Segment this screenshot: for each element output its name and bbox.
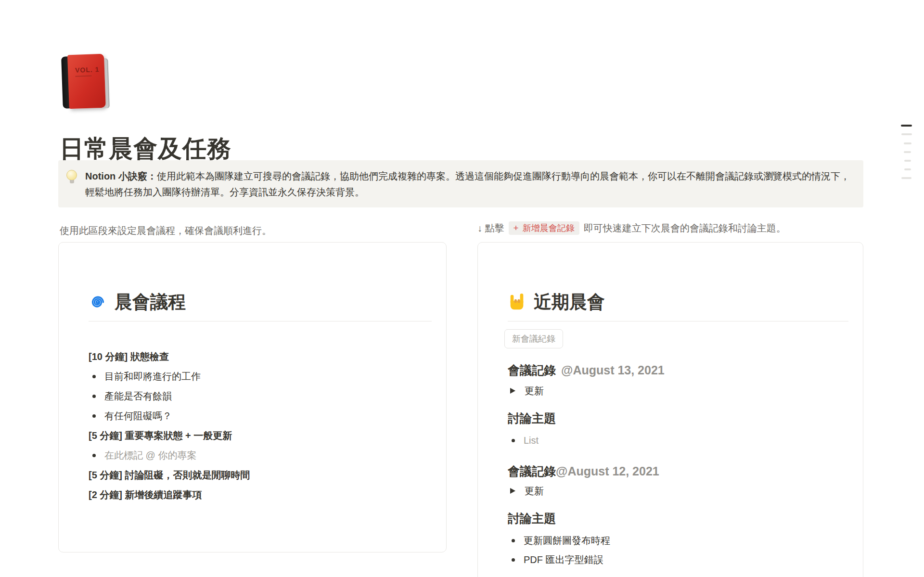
topic-label: PDF 匯出字型錯誤 <box>524 553 603 566</box>
topic-item: PDF 匯出字型錯誤 <box>508 551 846 569</box>
bullet-icon <box>92 414 96 418</box>
topic-placeholder: List <box>524 435 539 446</box>
agenda-bullet-item: 有任何阻礙嗎？ <box>89 406 429 426</box>
agenda-item-label: 產能是否有餘韻 <box>104 390 172 403</box>
outline-bar[interactable] <box>904 151 911 153</box>
page-icon-closed-book[interactable]: VOL. 1 <box>62 54 110 111</box>
tip-callout: Notion 小訣竅：使用此範本為團隊建立可搜尋的會議記錄，協助他們完成複雜的專… <box>58 160 863 207</box>
bullet-icon <box>92 454 96 457</box>
toggle-triangle-icon[interactable] <box>510 488 515 494</box>
callout-bold-label: Notion 小訣竅： <box>85 171 157 181</box>
book-byline <box>75 76 91 77</box>
right-intro-prefix: ↓ 點擊 <box>477 222 504 235</box>
agenda-bullet-item: 在此標記 @ 你的專案 <box>89 446 429 465</box>
agenda-item-label: 有任何阻礙嗎？ <box>104 410 172 423</box>
recent-meetings-card: 近期晨會 新會議紀錄 會議記錄 @August 13, 2021 更新 討論主題… <box>477 242 863 577</box>
topic-item: List <box>508 431 846 449</box>
bullet-icon <box>512 539 515 542</box>
meetings-list: 會議記錄 @August 13, 2021 更新 討論主題 List 會議記錄 … <box>508 358 846 569</box>
outline-bar[interactable] <box>904 168 911 170</box>
meeting-title: 會議記錄 <box>508 362 556 378</box>
outline-bar[interactable] <box>904 160 911 162</box>
bullet-icon <box>92 375 96 378</box>
toggle-triangle-icon[interactable] <box>510 388 515 394</box>
agenda-item: [2 分鐘] 新增後續追蹤事項 <box>89 485 429 505</box>
right-intro-suffix: 即可快速建立下次晨會的會議記錄和討論主題。 <box>584 222 786 235</box>
outline-widget[interactable] <box>899 122 914 181</box>
callout-body: 使用此範本為團隊建立可搜尋的會議記錄，協助他們完成複雜的專案。透過這個能夠促進團… <box>85 171 850 197</box>
agenda-item: [5 分鐘] 重要專案狀態 + 一般更新 <box>89 426 429 446</box>
meeting-title: 會議記錄 <box>508 463 556 479</box>
outline-bar[interactable] <box>901 177 911 179</box>
outline-bar[interactable] <box>901 133 912 135</box>
topics-heading: 討論主題 <box>508 409 846 427</box>
page-title[interactable]: 日常晨會及任務 <box>60 135 231 163</box>
book-caption: VOL. 1 <box>75 65 100 74</box>
bullet-icon <box>92 395 96 398</box>
left-column-intro: 使用此區段來設定晨會議程，確保會議順利進行。 <box>60 224 271 237</box>
meetings-divider <box>508 321 848 321</box>
right-column-intro: ↓ 點擊 + 新增晨會記錄 即可快速建立下次晨會的會議記錄和討論主題。 <box>477 221 786 235</box>
agenda-bullet-item: 產能是否有餘韻 <box>89 386 429 406</box>
agenda-list: [10 分鐘] 狀態檢查 目前和即將進行的工作 產能是否有餘韻 有任何阻礙嗎？ … <box>89 347 429 505</box>
toggle-label: 更新 <box>525 385 544 397</box>
outline-bar[interactable] <box>904 142 911 144</box>
add-meeting-note-chip: + 新增晨會記錄 <box>509 221 579 235</box>
toggle-row-updates[interactable]: 更新 <box>508 382 846 399</box>
agenda-card: 晨會議程 [10 分鐘] 狀態檢查 目前和即將進行的工作 產能是否有餘韻 有任何… <box>58 242 447 552</box>
toggle-label: 更新 <box>525 485 544 498</box>
agenda-card-header: 晨會議程 <box>89 290 432 315</box>
agenda-item: [10 分鐘] 狀態檢查 <box>89 347 429 367</box>
meetings-heading[interactable]: 近期晨會 <box>534 290 605 314</box>
meetings-card-header: 近期晨會 <box>508 290 848 315</box>
bullet-icon <box>512 558 515 562</box>
book-cover: VOL. 1 <box>67 54 106 109</box>
outline-bar[interactable] <box>901 125 912 127</box>
agenda-item-label: [5 分鐘] 重要專案狀態 + 一般更新 <box>89 429 232 442</box>
agenda-item-label: [5 分鐘] 討論阻礙，否則就是閒聊時間 <box>89 469 250 482</box>
agenda-item: [5 分鐘] 討論阻礙，否則就是閒聊時間 <box>89 465 429 485</box>
toggle-row-updates[interactable]: 更新 <box>508 482 846 500</box>
agenda-divider <box>89 321 432 321</box>
topic-item: 更新圓餅圖發布時程 <box>508 531 846 550</box>
agenda-item-label: 目前和即將進行的工作 <box>104 370 201 383</box>
agenda-item-label: [10 分鐘] 狀態檢查 <box>89 350 169 363</box>
add-meeting-note-chip-label: 新增晨會記錄 <box>523 224 575 232</box>
callout-text: Notion 小訣竅：使用此範本為團隊建立可搜尋的會議記錄，協助他們完成複雜的專… <box>85 168 851 200</box>
sign-of-the-horns-icon <box>508 293 526 311</box>
agenda-bullet-item: 目前和即將進行的工作 <box>89 367 429 386</box>
agenda-item-placeholder: 在此標記 @ 你的專案 <box>104 449 196 462</box>
agenda-heading[interactable]: 晨會議程 <box>115 290 186 314</box>
agenda-item-label: [2 分鐘] 新增後續追蹤事項 <box>89 488 202 501</box>
meeting-entry-title: 會議記錄 @August 13, 2021 <box>508 358 846 382</box>
closed-book-icon: VOL. 1 <box>61 53 111 112</box>
topics-heading: 討論主題 <box>508 509 846 527</box>
plus-icon: + <box>513 223 519 232</box>
date-mention[interactable]: @August 12, 2021 <box>556 464 659 478</box>
bullet-icon <box>512 439 515 442</box>
new-meeting-note-button[interactable]: 新會議紀錄 <box>504 329 563 348</box>
cyclone-icon <box>89 293 107 311</box>
notion-page: VOL. 1 日常晨會及任務 Notion 小訣竅：使用此範本為團隊建立可搜尋的… <box>0 0 924 577</box>
topic-label: 更新圓餅圖發布時程 <box>524 534 610 547</box>
date-mention[interactable]: @August 13, 2021 <box>561 363 665 377</box>
meeting-entry-title: 會議記錄 @August 12, 2021 <box>508 460 846 482</box>
light-bulb-icon <box>65 170 78 200</box>
